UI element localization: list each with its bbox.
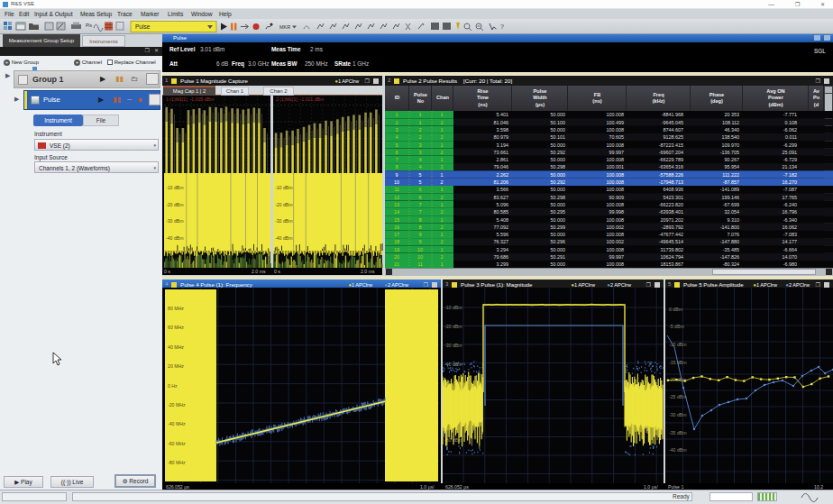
svg-text:79.686: 79.686 bbox=[494, 254, 509, 260]
svg-text:-141.089: -141.089 bbox=[720, 187, 739, 192]
svg-text:9.310: 9.310 bbox=[728, 217, 740, 223]
svg-text:79.046: 79.046 bbox=[494, 164, 509, 170]
svg-text:8: 8 bbox=[396, 164, 398, 170]
svg-text:1: 1 bbox=[441, 247, 444, 252]
svg-text:11: 11 bbox=[394, 187, 399, 192]
svg-text:1 (1)M1[1] -1.005 dBm: 1 (1)M1[1] -1.005 dBm bbox=[166, 96, 214, 102]
svg-text:-67.699: -67.699 bbox=[723, 202, 739, 207]
svg-text:1: 1 bbox=[441, 112, 444, 117]
svg-text:100.008: 100.008 bbox=[607, 127, 625, 133]
svg-text:100.008: 100.008 bbox=[607, 202, 625, 207]
svg-text:6408.936: 6408.936 bbox=[664, 187, 683, 192]
svg-text:3.598: 3.598 bbox=[497, 127, 509, 133]
svg-text:3: 3 bbox=[396, 127, 398, 133]
svg-text:4: 4 bbox=[419, 157, 422, 162]
svg-text:100.008: 100.008 bbox=[607, 142, 625, 148]
svg-text:2: 2 bbox=[441, 239, 444, 244]
svg-text:138.540: 138.540 bbox=[722, 134, 740, 140]
svg-text:199.146: 199.146 bbox=[722, 195, 740, 200]
svg-text:4: 4 bbox=[396, 134, 398, 140]
svg-text:6: 6 bbox=[419, 195, 422, 200]
svg-text:-35.485: -35.485 bbox=[723, 247, 739, 252]
svg-text:83.627: 83.627 bbox=[494, 195, 509, 200]
svg-text:50.000: 50.000 bbox=[551, 261, 566, 267]
svg-text:46.340: 46.340 bbox=[725, 127, 740, 133]
svg-text:5: 5 bbox=[419, 172, 422, 178]
svg-text:81.206: 81.206 bbox=[494, 179, 509, 185]
svg-text:0.011: 0.011 bbox=[785, 134, 797, 140]
svg-text:50.000: 50.000 bbox=[551, 232, 566, 237]
svg-text:-6.980: -6.980 bbox=[783, 261, 797, 267]
svg-text:100.002: 100.002 bbox=[607, 239, 625, 244]
svg-text:-49645.514: -49645.514 bbox=[659, 239, 683, 244]
svg-text:50.298: 50.298 bbox=[551, 195, 566, 200]
svg-text:-141.800: -141.800 bbox=[720, 225, 739, 230]
svg-text:31739.802: 31739.802 bbox=[661, 247, 683, 252]
svg-text:3.566: 3.566 bbox=[497, 187, 509, 192]
svg-text:100.008: 100.008 bbox=[607, 187, 625, 192]
svg-text:70.605: 70.605 bbox=[609, 134, 625, 140]
svg-text:1: 1 bbox=[441, 142, 444, 148]
svg-text:-6.729: -6.729 bbox=[783, 157, 797, 162]
svg-text:0.108: 0.108 bbox=[785, 120, 798, 125]
svg-text:2: 2 bbox=[441, 225, 444, 230]
svg-text:-40 dBm: -40 dBm bbox=[166, 235, 184, 241]
svg-text:60 MHz: 60 MHz bbox=[168, 325, 184, 330]
svg-text:18153.867: 18153.867 bbox=[661, 261, 683, 267]
svg-text:2.262: 2.262 bbox=[497, 172, 509, 178]
svg-text:8: 8 bbox=[419, 225, 422, 230]
svg-text:100.008: 100.008 bbox=[607, 232, 625, 237]
svg-text:-57588.226: -57588.226 bbox=[659, 172, 683, 178]
svg-text:-40 dBm: -40 dBm bbox=[669, 447, 687, 453]
svg-text:50.000: 50.000 bbox=[551, 202, 566, 207]
svg-text:18: 18 bbox=[394, 239, 399, 244]
svg-text:-40 dBm: -40 dBm bbox=[275, 235, 293, 241]
svg-text:17: 17 bbox=[394, 232, 399, 237]
svg-text:77.092: 77.092 bbox=[494, 225, 509, 230]
svg-text:-147.826: -147.826 bbox=[720, 254, 739, 260]
svg-text:50.000: 50.000 bbox=[551, 187, 566, 192]
svg-text:1: 1 bbox=[419, 120, 422, 125]
svg-text:-20 MHz: -20 MHz bbox=[168, 402, 186, 408]
svg-text:99.998: 99.998 bbox=[609, 209, 625, 215]
svg-text:90.909: 90.909 bbox=[609, 195, 625, 200]
svg-text:-87223.415: -87223.415 bbox=[659, 142, 683, 148]
svg-text:19: 19 bbox=[394, 247, 399, 252]
svg-text:21.134: 21.134 bbox=[783, 164, 798, 170]
svg-text:-6.062: -6.062 bbox=[783, 127, 797, 133]
svg-text:-10 dBm: -10 dBm bbox=[275, 185, 293, 190]
svg-text:2: 2 bbox=[441, 164, 444, 170]
svg-text:100.002: 100.002 bbox=[607, 225, 625, 230]
svg-text:1: 1 bbox=[419, 112, 422, 117]
svg-text:50.291: 50.291 bbox=[551, 254, 566, 260]
svg-text:99.997: 99.997 bbox=[609, 254, 625, 260]
svg-text:14: 14 bbox=[394, 209, 399, 215]
svg-text:-10 dBm: -10 dBm bbox=[166, 185, 184, 190]
svg-text:-6.240: -6.240 bbox=[783, 202, 797, 207]
svg-text:99.997: 99.997 bbox=[609, 150, 625, 155]
svg-text:1: 1 bbox=[441, 261, 444, 267]
svg-text:2: 2 bbox=[441, 134, 444, 140]
svg-text:100.008: 100.008 bbox=[607, 172, 625, 178]
svg-text:95.954: 95.954 bbox=[725, 164, 740, 170]
svg-text:-87.857: -87.857 bbox=[723, 179, 739, 185]
svg-text:2: 2 bbox=[441, 209, 444, 215]
svg-text:-63654.316: -63654.316 bbox=[659, 164, 683, 170]
svg-text:-5 dBm: -5 dBm bbox=[669, 324, 684, 329]
svg-text:8744.607: 8744.607 bbox=[664, 127, 683, 133]
svg-text:-17948.713: -17948.713 bbox=[659, 179, 683, 185]
svg-text:9: 9 bbox=[419, 232, 422, 237]
svg-text:109.970: 109.970 bbox=[722, 142, 740, 148]
svg-text:6: 6 bbox=[419, 187, 422, 192]
svg-text:100.001: 100.001 bbox=[607, 164, 625, 170]
svg-text:90.267: 90.267 bbox=[725, 157, 740, 162]
svg-text:3.194: 3.194 bbox=[497, 142, 509, 148]
svg-text:4: 4 bbox=[419, 164, 422, 170]
svg-text:50.000: 50.000 bbox=[551, 142, 566, 148]
svg-text:108.112: 108.112 bbox=[722, 120, 739, 125]
svg-text:7: 7 bbox=[419, 209, 422, 215]
svg-text:3: 3 bbox=[419, 142, 422, 148]
svg-text:100.008: 100.008 bbox=[607, 179, 625, 185]
svg-text:100.008: 100.008 bbox=[607, 217, 625, 223]
svg-text:100.499: 100.499 bbox=[607, 120, 625, 125]
